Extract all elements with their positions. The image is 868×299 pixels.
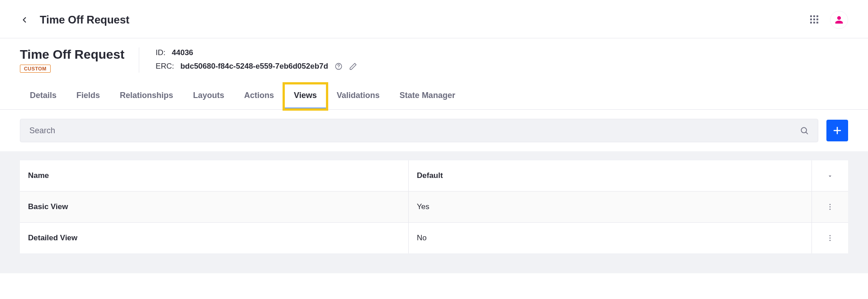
views-table: Name Default Basic ViewYesDetailed ViewN…: [20, 160, 848, 253]
tab-fields[interactable]: Fields: [66, 84, 110, 109]
tab-views[interactable]: Views: [284, 84, 327, 109]
custom-badge: CUSTOM: [20, 65, 51, 73]
tab-label: State Manager: [400, 91, 455, 100]
row-name: Detailed View: [20, 223, 409, 253]
add-button[interactable]: [826, 120, 848, 141]
column-header-actions[interactable]: [812, 162, 848, 190]
row-default: No: [409, 223, 812, 253]
tabs: DetailsFieldsRelationshipsLayoutsActions…: [20, 84, 848, 109]
svg-point-9: [830, 235, 830, 236]
tab-validations[interactable]: Validations: [327, 84, 390, 109]
kebab-menu-icon[interactable]: [826, 203, 834, 211]
search-icon: [800, 126, 809, 135]
search-row: [0, 110, 868, 151]
avatar[interactable]: [830, 11, 848, 29]
column-header-default-label: Default: [417, 171, 443, 180]
tab-state-manager[interactable]: State Manager: [390, 84, 465, 109]
object-erc-row: ERC: bdc50680-f84c-5248-e559-7eb6d052eb7…: [156, 62, 357, 71]
tab-layouts[interactable]: Layouts: [183, 84, 234, 109]
table-row[interactable]: Detailed ViewNo: [20, 223, 848, 253]
tab-relationships[interactable]: Relationships: [110, 84, 183, 109]
page-title: Time Off Request: [40, 14, 129, 26]
search-input[interactable]: [29, 126, 800, 135]
svg-point-7: [830, 206, 830, 207]
back-icon[interactable]: [20, 15, 29, 24]
object-id-value: 44036: [172, 48, 193, 57]
kebab-menu-icon[interactable]: [826, 234, 834, 242]
svg-point-2: [801, 127, 807, 133]
chevron-down-icon: [827, 173, 833, 179]
apps-grid-icon[interactable]: [810, 15, 819, 24]
svg-line-3: [806, 132, 808, 134]
svg-point-8: [830, 209, 830, 210]
row-default-value: No: [417, 234, 427, 243]
tab-label: Views: [294, 91, 317, 100]
svg-point-11: [830, 240, 830, 241]
column-header-name[interactable]: Name: [20, 160, 409, 191]
tab-actions[interactable]: Actions: [234, 84, 284, 109]
row-default: Yes: [409, 192, 812, 222]
svg-point-6: [830, 204, 830, 205]
tab-details[interactable]: Details: [20, 84, 66, 109]
topbar: Time Off Request: [0, 0, 868, 38]
table-row[interactable]: Basic ViewYes: [20, 192, 848, 222]
svg-point-10: [830, 238, 830, 238]
object-id-row: ID: 44036: [156, 48, 357, 57]
tab-label: Validations: [337, 91, 380, 100]
row-name: Basic View: [20, 192, 409, 222]
object-erc-value: bdc50680-f84c-5248-e559-7eb6d052eb7d: [180, 62, 328, 71]
svg-point-1: [338, 68, 339, 68]
tab-label: Fields: [76, 91, 100, 100]
tab-label: Details: [30, 91, 57, 100]
object-header: Time Off Request CUSTOM ID: 44036 ERC: b…: [0, 38, 868, 73]
topbar-left: Time Off Request: [20, 14, 129, 26]
edit-icon[interactable]: [349, 62, 357, 70]
object-erc-label: ERC:: [156, 62, 174, 71]
row-default-value: Yes: [417, 202, 429, 211]
tab-label: Relationships: [120, 91, 173, 100]
column-header-default[interactable]: Default: [409, 160, 812, 191]
object-meta-column: ID: 44036 ERC: bdc50680-f84c-5248-e559-7…: [156, 47, 357, 71]
help-icon[interactable]: [335, 62, 343, 70]
object-title-column: Time Off Request CUSTOM: [20, 47, 139, 73]
topbar-right: [810, 11, 848, 29]
object-name: Time Off Request: [20, 47, 124, 62]
tab-label: Actions: [244, 91, 274, 100]
tabs-container: DetailsFieldsRelationshipsLayoutsActions…: [0, 84, 868, 110]
row-actions: [812, 192, 848, 222]
table-header-row: Name Default: [20, 160, 848, 191]
object-id-label: ID:: [156, 48, 165, 57]
row-actions: [812, 223, 848, 253]
table-area: Name Default Basic ViewYesDetailed ViewN…: [0, 151, 868, 273]
search-box[interactable]: [20, 119, 818, 142]
tab-label: Layouts: [193, 91, 224, 100]
